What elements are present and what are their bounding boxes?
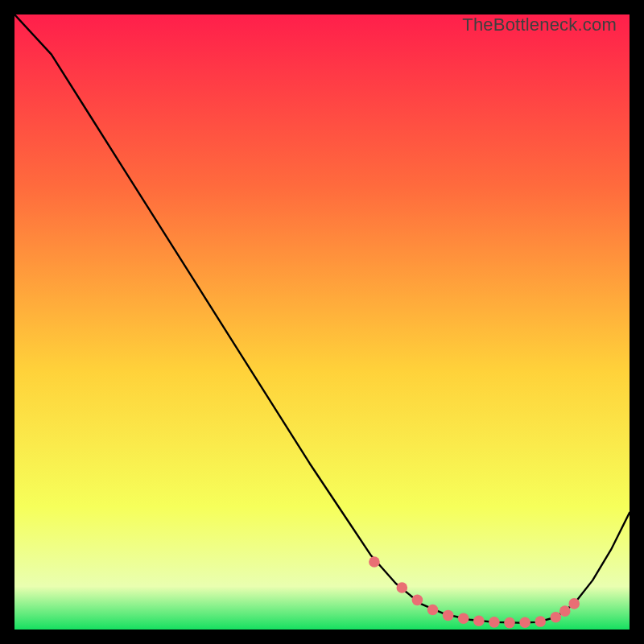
highlight-marker [559,605,571,617]
highlight-marker [551,612,562,623]
highlight-marker [568,598,580,609]
chart-plot [14,14,630,630]
chart-frame: TheBottleneck.com [14,14,630,630]
highlight-marker [473,616,485,627]
chart-background [14,14,630,630]
highlight-marker [443,610,454,621]
highlight-marker [397,582,408,593]
highlight-marker [427,605,439,616]
highlight-marker [458,613,469,624]
highlight-marker [519,617,530,628]
highlight-marker [535,616,546,627]
highlight-marker [489,617,500,628]
highlight-marker [369,556,380,568]
highlight-marker [504,617,515,629]
highlight-marker [412,595,423,606]
